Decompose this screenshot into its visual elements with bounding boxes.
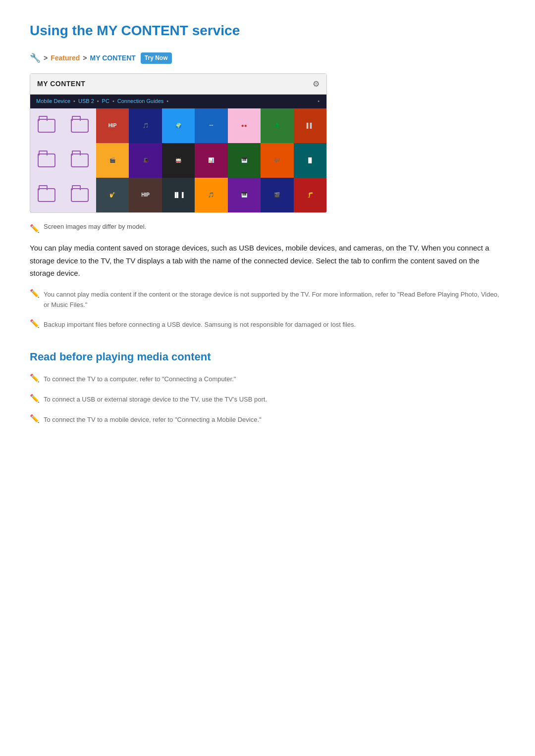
media-cell-19[interactable]: 🎹	[228, 178, 261, 212]
note-pencil-icon: ✏️	[30, 222, 40, 235]
try-now-badge[interactable]: Try Now	[141, 52, 172, 64]
note-pencil-icon-3: ✏️	[30, 372, 40, 385]
folder-icon	[38, 188, 55, 202]
cell-label: 🥁	[174, 155, 182, 165]
cell-label: ●●	[240, 121, 248, 131]
media-cell-folder-2[interactable]	[63, 108, 96, 143]
note-row-2: ✏️ Backup important files before connect…	[30, 317, 505, 333]
media-cell-12[interactable]: 📊	[195, 143, 227, 178]
media-cell-folder-3[interactable]	[30, 143, 63, 178]
body-text: You can play media content saved on stor…	[30, 242, 505, 280]
media-cell-4[interactable]: 🌍	[162, 108, 195, 143]
cell-label: 🎶	[273, 155, 281, 165]
folder-icon	[71, 153, 89, 167]
note-pencil-icon-4: ✏️	[30, 392, 40, 405]
tab-usb2[interactable]: USB 2	[78, 97, 94, 106]
section2-note-row-1: ✏️ To connect the TV to a computer, refe…	[30, 371, 505, 388]
media-cell-8[interactable]: ▌▌	[294, 108, 326, 143]
mycontent-panel-title: MY CONTENT	[37, 78, 85, 89]
media-cell-17[interactable]: ▐▌▐	[162, 178, 195, 212]
tab-mobile-device[interactable]: Mobile Device	[36, 97, 70, 106]
image-note-text: Screen images may differ by model.	[44, 222, 146, 232]
media-cell-10[interactable]: 🎩	[129, 143, 161, 178]
note-pencil-icon-5: ✏️	[30, 412, 40, 425]
tabs-bar: Mobile Device • USB 2 • PC • Connection …	[30, 95, 326, 108]
section2-notes: ✏️ To connect the TV to a computer, refe…	[30, 371, 505, 428]
breadcrumb-home-icon: 🔧	[30, 51, 41, 65]
note-text-2: Backup important files before connecting…	[44, 320, 356, 330]
cell-label: ···	[208, 121, 214, 131]
folder-icon	[71, 188, 89, 202]
media-cell-13[interactable]: 🎹	[228, 143, 261, 178]
breadcrumb-sep-1: >	[44, 52, 48, 63]
media-cell-7[interactable]: 🌲	[261, 108, 293, 143]
media-cell-3[interactable]: 🎵	[129, 108, 161, 143]
media-cell-20[interactable]: 🎬	[261, 178, 293, 212]
media-cell-folder-6[interactable]	[63, 178, 96, 212]
folder-icon	[71, 119, 89, 133]
cell-label: 🎹	[240, 155, 248, 165]
section2-title: Read before playing media content	[30, 348, 505, 365]
media-cell-6[interactable]: ●●	[228, 108, 261, 143]
media-cell-15[interactable]: ▐▌	[294, 143, 326, 178]
media-cell-16[interactable]: HIP	[129, 178, 161, 212]
cell-label: 🎬	[273, 190, 281, 200]
breadcrumb-sep-2: >	[83, 52, 87, 63]
section2-note-text-3: To connect the TV to a mobile device, re…	[44, 415, 262, 425]
section2-note-text-1: To connect the TV to a computer, refer t…	[44, 374, 236, 385]
note-row-1: ✏️ You cannot play media content if the …	[30, 287, 505, 313]
media-cell-14[interactable]: 🎶	[261, 143, 293, 178]
media-cell-18[interactable]: 🎵	[195, 178, 227, 212]
folder-icon	[38, 153, 55, 167]
cell-label: ▐▌▐	[172, 190, 184, 200]
cell-label: 🌍	[174, 121, 182, 131]
cell-label: 🎩	[142, 155, 150, 165]
media-cell-folder-5[interactable]	[30, 178, 63, 212]
media-grid: HIP 🎵 🌍 ··· ●● 🌲 ▌▌ 🎬 🎩	[30, 108, 326, 212]
page-title: Using the MY CONTENT service	[30, 20, 505, 42]
cell-label: 🌲	[273, 121, 281, 131]
section2-note-text-2: To connect a USB or external storage dev…	[44, 395, 267, 405]
cell-label: ▌▌	[306, 121, 315, 131]
mycontent-header: MY CONTENT ⚙	[30, 74, 326, 95]
image-note-row: ✏️ Screen images may differ by model.	[30, 222, 505, 235]
media-cell-5[interactable]: ···	[195, 108, 227, 143]
section2-note-row-3: ✏️ To connect the TV to a mobile device,…	[30, 412, 505, 428]
cell-label: 🎵	[207, 190, 215, 200]
cell-label: 🦵	[306, 190, 314, 200]
cell-label: HIP	[107, 121, 118, 131]
cell-label: 🎹	[240, 190, 248, 200]
media-cell-9[interactable]: 🎬	[96, 143, 129, 178]
mycontent-panel: MY CONTENT ⚙ Mobile Device • USB 2 • PC …	[30, 73, 327, 213]
media-cell-folder-4[interactable]	[63, 143, 96, 178]
media-cell-hip-1[interactable]: HIP	[96, 108, 129, 143]
tab-pc[interactable]: PC	[102, 97, 109, 106]
breadcrumb-featured[interactable]: Featured	[51, 52, 80, 63]
media-cell-hip-2[interactable]: 🎷	[96, 178, 129, 212]
media-cell-21[interactable]: 🦵	[294, 178, 326, 212]
breadcrumb: 🔧 > Featured > MY CONTENT Try Now	[30, 51, 505, 65]
gear-icon[interactable]: ⚙	[313, 78, 320, 91]
note-pencil-icon-1: ✏️	[30, 287, 40, 300]
media-cell-folder-1[interactable]	[30, 108, 63, 143]
section2-note-row-2: ✏️ To connect a USB or external storage …	[30, 392, 505, 408]
media-cell-11[interactable]: 🥁	[162, 143, 195, 178]
note-pencil-icon-2: ✏️	[30, 317, 40, 330]
cell-label: 🎵	[142, 121, 150, 131]
cell-label: 📊	[207, 155, 215, 165]
folder-icon	[38, 119, 55, 133]
breadcrumb-mycontent[interactable]: MY CONTENT	[90, 52, 136, 63]
cell-label: 🎬	[108, 155, 116, 165]
cell-label: ▐▌	[306, 155, 315, 165]
tab-connection-guides[interactable]: Connection Guides	[117, 97, 164, 106]
note-text-1: You cannot play media content if the con…	[44, 290, 505, 310]
cell-label: 🎷	[108, 190, 116, 200]
cell-label: HIP	[140, 190, 151, 200]
